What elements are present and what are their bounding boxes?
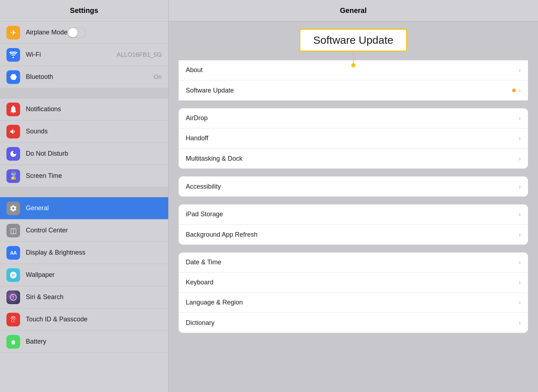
sidebar-item-label-wifi: Wi-Fi xyxy=(26,51,41,58)
row-airdrop[interactable]: AirDrop › xyxy=(179,108,528,128)
sidebar-title: Settings xyxy=(70,6,98,15)
row-keyboard[interactable]: Keyboard › xyxy=(179,273,528,293)
sidebar-header: Settings xyxy=(0,0,168,22)
sounds-icon xyxy=(6,125,20,138)
keyboard-label: Keyboard xyxy=(186,279,519,286)
sidebar-item-general[interactable]: General xyxy=(0,197,168,219)
airdrop-chevron: › xyxy=(519,114,521,122)
main-panel: General Software Update About › Software… xyxy=(169,0,538,392)
about-chevron: › xyxy=(519,66,521,74)
main-content: Software Update About › Software Update … xyxy=(169,22,538,392)
section-storage: iPad Storage › Background App Refresh › xyxy=(179,204,528,245)
dictionary-chevron: › xyxy=(519,319,521,327)
sidebar-item-touchid[interactable]: Touch ID & Passcode xyxy=(0,308,168,331)
sidebar-item-notifications[interactable]: Notifications xyxy=(0,98,168,121)
sidebar-item-label-donotdisturb: Do Not Disturb xyxy=(26,150,68,157)
row-dictionary[interactable]: Dictionary › xyxy=(179,313,528,333)
airdrop-label: AirDrop xyxy=(186,114,519,122)
sidebar-sep-2 xyxy=(0,187,168,197)
sidebar-item-donotdisturb[interactable]: Do Not Disturb xyxy=(0,143,168,165)
keyboard-chevron: › xyxy=(519,279,521,286)
ipad-storage-chevron: › xyxy=(519,211,521,218)
sidebar-item-displaybrightness[interactable]: AA Display & Brightness xyxy=(0,242,168,264)
row-software-update[interactable]: Software Update › xyxy=(179,80,528,100)
sidebar-item-label-notifications: Notifications xyxy=(26,105,61,113)
sidebar-item-wifi[interactable]: Wi-Fi ALLO16FB1_5G xyxy=(0,44,168,66)
background-refresh-chevron: › xyxy=(519,231,521,238)
section-datetime: Date & Time › Keyboard › Language & Regi… xyxy=(179,252,528,333)
multitasking-chevron: › xyxy=(519,155,521,162)
touchid-icon xyxy=(6,313,20,326)
main-header: General xyxy=(169,0,538,22)
sidebar-item-label-wallpaper: Wallpaper xyxy=(26,271,55,279)
sidebar-item-wallpaper[interactable]: Wallpaper xyxy=(0,264,168,286)
sidebar-item-label-bluetooth: Bluetooth xyxy=(26,73,53,81)
accessibility-label: Accessibility xyxy=(186,183,519,190)
sidebar-item-label-battery: Battery xyxy=(26,338,46,345)
sidebar-item-label-displaybrightness: Display & Brightness xyxy=(26,249,85,256)
wallpaper-icon xyxy=(6,268,20,282)
row-accessibility[interactable]: Accessibility › xyxy=(179,176,528,197)
section-continuity: AirDrop › Handoff › Multitasking & Dock … xyxy=(179,108,528,169)
handoff-label: Handoff xyxy=(186,134,519,142)
sidebar-item-label-airplane: Airplane Mode xyxy=(26,29,67,36)
airplane-mode-toggle[interactable] xyxy=(67,27,86,38)
date-time-label: Date & Time xyxy=(186,259,519,266)
annotation-label: Software Update xyxy=(313,34,393,46)
sidebar-item-sounds[interactable]: Sounds xyxy=(0,121,168,143)
sidebar-item-label-siri: Siri & Search xyxy=(26,293,63,301)
date-time-chevron: › xyxy=(519,259,521,266)
sidebar-sep-1 xyxy=(0,88,168,98)
row-handoff[interactable]: Handoff › xyxy=(179,128,528,148)
general-icon xyxy=(6,202,20,215)
sidebar-item-controlcenter[interactable]: ◫ Control Center xyxy=(0,219,168,242)
row-about[interactable]: About › xyxy=(179,60,528,80)
sidebar-item-airplane-mode[interactable]: ✈ Airplane Mode xyxy=(0,22,168,44)
screentime-icon: ⌛ xyxy=(6,169,20,183)
row-language-region[interactable]: Language & Region › xyxy=(179,293,528,313)
notifications-icon xyxy=(6,103,20,116)
sidebar: Settings ✈ Airplane Mode Wi-Fi ALLO16FB1… xyxy=(0,0,169,392)
donotdisturb-icon xyxy=(6,147,20,161)
sidebar-item-label-touchid: Touch ID & Passcode xyxy=(26,316,88,323)
controlcenter-icon: ◫ xyxy=(6,224,20,237)
background-refresh-label: Background App Refresh xyxy=(186,231,519,238)
sidebar-item-label-general: General xyxy=(26,204,49,212)
accessibility-chevron: › xyxy=(519,183,521,190)
multitasking-label: Multitasking & Dock xyxy=(186,155,519,162)
software-update-badge xyxy=(512,89,516,92)
sidebar-item-label-sounds: Sounds xyxy=(26,128,48,135)
sidebar-item-screentime[interactable]: ⌛ Screen Time xyxy=(0,165,168,187)
software-update-chevron: › xyxy=(519,87,521,94)
sidebar-item-siri[interactable]: Siri & Search xyxy=(0,286,168,308)
sidebar-item-label-controlcenter: Control Center xyxy=(26,227,68,234)
language-region-label: Language & Region xyxy=(186,299,519,306)
dictionary-label: Dictionary xyxy=(186,319,519,327)
section-accessibility: Accessibility › xyxy=(179,176,528,197)
sidebar-item-bluetooth-value: On xyxy=(154,74,162,81)
airplane-mode-icon: ✈ xyxy=(6,26,20,39)
row-multitasking[interactable]: Multitasking & Dock › xyxy=(179,148,528,169)
software-update-annotation-box: Software Update xyxy=(299,29,407,52)
ipad-storage-label: iPad Storage xyxy=(186,211,519,218)
sidebar-item-battery[interactable]: Battery xyxy=(0,331,168,353)
bluetooth-icon: ⬣ xyxy=(6,70,20,84)
sidebar-item-wifi-value: ALLO16FB1_5G xyxy=(117,51,162,58)
main-title: General xyxy=(340,6,367,15)
battery-icon xyxy=(6,335,20,349)
row-ipad-storage[interactable]: iPad Storage › xyxy=(179,204,528,225)
siri-icon xyxy=(6,291,20,304)
language-region-chevron: › xyxy=(519,299,521,306)
sidebar-item-bluetooth[interactable]: ⬣ Bluetooth On xyxy=(0,66,168,88)
displaybrightness-icon: AA xyxy=(6,246,20,260)
wifi-icon xyxy=(6,48,20,62)
about-label: About xyxy=(186,66,519,74)
software-update-label: Software Update xyxy=(186,87,510,94)
sidebar-item-label-screentime: Screen Time xyxy=(26,172,62,180)
toggle-knob xyxy=(68,28,77,37)
row-background-refresh[interactable]: Background App Refresh › xyxy=(179,225,528,245)
sidebar-items: ✈ Airplane Mode Wi-Fi ALLO16FB1_5G ⬣ Blu… xyxy=(0,22,168,392)
row-date-time[interactable]: Date & Time › xyxy=(179,252,528,273)
section-about-software: Software Update About › Software Update … xyxy=(179,60,528,100)
handoff-chevron: › xyxy=(519,134,521,142)
